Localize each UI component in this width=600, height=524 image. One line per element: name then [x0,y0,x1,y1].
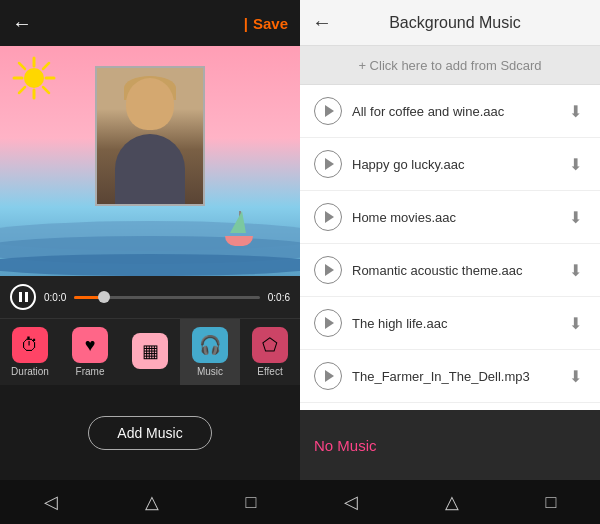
save-label: Save [253,15,288,32]
tab-frame[interactable]: ♥ Frame [60,319,120,385]
music-play-btn-5[interactable] [314,362,342,390]
left-nav-home-icon[interactable]: △ [145,491,159,513]
right-nav-recent-icon[interactable]: □ [546,492,557,513]
music-play-btn-1[interactable] [314,150,342,178]
frame-icon: ♥ [72,327,108,363]
play-triangle-icon-5 [325,370,334,382]
tab-frame-label: Frame [76,366,105,377]
music-name-0: All for coffee and wine.aac [352,104,565,119]
download-btn-0[interactable]: ⬇ [565,98,586,125]
music-name-2: Home movies.aac [352,210,565,225]
save-button[interactable]: | Save [244,15,288,32]
sun-rays-icon [12,56,56,100]
music-play-btn-3[interactable] [314,256,342,284]
left-panel: ← | Save [0,0,300,524]
left-nav-recent-icon[interactable]: □ [246,492,257,513]
tab-video[interactable]: ▦ [120,319,180,385]
person-photo [95,66,205,206]
duration-icon: ⏱ [12,327,48,363]
sdcard-add-button[interactable]: + Click here to add from Sdcard [300,46,600,85]
left-back-button[interactable]: ← [12,12,32,35]
music-item-2[interactable]: Home movies.aac ⬇ [300,191,600,244]
music-item-5[interactable]: The_Farmer_In_The_Dell.mp3 ⬇ [300,350,600,403]
person-head [126,78,174,130]
svg-line-5 [19,63,25,69]
wave-layer-3 [0,254,300,276]
music-item-1[interactable]: Happy go lucky.aac ⬇ [300,138,600,191]
sailboat-decoration [225,211,255,246]
svg-point-0 [24,68,44,88]
video-preview [0,46,300,276]
person-body [115,134,185,204]
wave-decoration [0,221,300,276]
tab-duration-label: Duration [11,366,49,377]
play-triangle-icon-1 [325,158,334,170]
music-play-btn-2[interactable] [314,203,342,231]
music-name-1: Happy go lucky.aac [352,157,565,172]
progress-track[interactable] [74,296,260,299]
right-panel: ← Background Music + Click here to add f… [300,0,600,524]
sailboat-sail [230,211,246,233]
sun-decoration [12,56,56,100]
music-name-3: Romantic acoustic theme.aac [352,263,565,278]
download-btn-1[interactable]: ⬇ [565,151,586,178]
music-icon: 🎧 [192,327,228,363]
effect-icon: ⬠ [252,327,288,363]
tab-duration[interactable]: ⏱ Duration [0,319,60,385]
right-title: Background Music [342,14,568,32]
play-triangle-icon-3 [325,264,334,276]
no-music-section: No Music [300,410,600,480]
time-start: 0:0:0 [44,292,66,303]
pause-bar-right [25,292,28,302]
right-nav-back-icon[interactable]: ◁ [344,491,358,513]
play-triangle-icon-0 [325,105,334,117]
no-music-label: No Music [314,437,377,454]
download-btn-2[interactable]: ⬇ [565,204,586,231]
download-btn-5[interactable]: ⬇ [565,363,586,390]
pause-button[interactable] [10,284,36,310]
svg-line-6 [43,87,49,93]
tab-effect[interactable]: ⬠ Effect [240,319,300,385]
sdcard-add-label: + Click here to add from Sdcard [358,58,541,73]
play-triangle-icon-4 [325,317,334,329]
tab-music[interactable]: 🎧 Music [180,319,240,385]
music-list: All for coffee and wine.aac ⬇ Happy go l… [300,85,600,410]
music-play-btn-4[interactable] [314,309,342,337]
svg-line-7 [43,63,49,69]
play-triangle-icon-2 [325,211,334,223]
tool-tabs: ⏱ Duration ♥ Frame ▦ 🎧 Music ⬠ Effect [0,318,300,385]
right-nav-bar: ◁ △ □ [300,480,600,524]
tab-music-label: Music [197,366,223,377]
right-nav-home-icon[interactable]: △ [445,491,459,513]
add-music-section: Add Music [0,385,300,480]
sailboat-hull [225,236,253,246]
music-play-btn-0[interactable] [314,97,342,125]
music-item-4[interactable]: The high life.aac ⬇ [300,297,600,350]
right-back-button[interactable]: ← [312,11,332,34]
music-item-6[interactable]: Old_MacDonald.mp3 ⬇ [300,403,600,410]
download-btn-4[interactable]: ⬇ [565,310,586,337]
right-header: ← Background Music [300,0,600,46]
music-name-4: The high life.aac [352,316,565,331]
add-music-button[interactable]: Add Music [88,416,211,450]
music-item-3[interactable]: Romantic acoustic theme.aac ⬇ [300,244,600,297]
download-btn-3[interactable]: ⬇ [565,257,586,284]
video-icon: ▦ [132,333,168,369]
tab-effect-label: Effect [257,366,282,377]
progress-thumb[interactable] [98,291,110,303]
left-header: ← | Save [0,0,300,46]
person-silhouette [97,68,203,204]
pause-bar-left [19,292,22,302]
svg-line-8 [19,87,25,93]
left-nav-back-icon[interactable]: ◁ [44,491,58,513]
time-end: 0:0:6 [268,292,290,303]
music-item-0[interactable]: All for coffee and wine.aac ⬇ [300,85,600,138]
left-nav-bar: ◁ △ □ [0,480,300,524]
playback-bar: 0:0:0 0:0:6 [0,276,300,318]
pause-icon [19,292,28,302]
music-name-5: The_Farmer_In_The_Dell.mp3 [352,369,565,384]
